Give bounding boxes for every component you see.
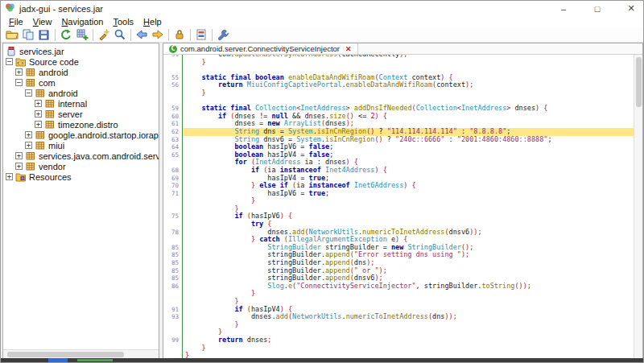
code-text[interactable]: } xyxy=(183,89,634,97)
line-number: 85 xyxy=(163,259,183,267)
tree-expander-icon[interactable]: + xyxy=(35,110,42,118)
line-number xyxy=(163,89,183,97)
menu-tools[interactable]: Tools xyxy=(108,17,138,27)
code-text[interactable]: } xyxy=(183,344,634,353)
deobfuscation-button[interactable] xyxy=(96,27,112,42)
tree-item-miui[interactable]: +miui xyxy=(3,140,159,151)
code-text[interactable]: } xyxy=(183,197,634,205)
package-icon xyxy=(25,67,35,77)
preferences-button[interactable] xyxy=(215,27,231,42)
code-text[interactable]: } xyxy=(183,352,634,358)
code-text[interactable]: } xyxy=(183,290,634,298)
tree-expander-icon[interactable]: + xyxy=(25,131,32,138)
tree-expander-icon[interactable]: + xyxy=(15,68,23,76)
toolbar-separator xyxy=(190,29,191,41)
line-number xyxy=(163,205,183,213)
tree-item-com[interactable]: −com xyxy=(3,77,159,88)
code-line: } xyxy=(163,59,634,67)
tree-expander-icon[interactable]: − xyxy=(6,58,13,65)
tree-expander-icon[interactable]: + xyxy=(15,163,23,170)
tree-expander-icon[interactable]: + xyxy=(15,152,23,159)
menu-view[interactable]: View xyxy=(28,17,57,27)
tree-expander-icon[interactable]: − xyxy=(15,79,23,86)
tree-item-android[interactable]: −android xyxy=(3,88,159,98)
tab-close-icon[interactable]: ✕ xyxy=(345,45,352,53)
toolbar-separator xyxy=(93,29,93,41)
menu-help[interactable]: Help xyxy=(138,17,167,27)
menu-navigation[interactable]: Navigation xyxy=(56,17,108,27)
tree-expander-icon[interactable]: − xyxy=(25,89,32,97)
line-number: 62 xyxy=(163,128,183,136)
code-text[interactable]: dnses.add(NetworkUtils.numericToInetAddr… xyxy=(183,313,634,321)
title-bar: jadx-gui - services.jar – □ ✕ xyxy=(1,1,643,16)
tree-item-label: android xyxy=(48,89,78,98)
lock-button[interactable] xyxy=(171,27,188,42)
editor-panel: 51 com.updateMasterSyncOrAddress(cachedR… xyxy=(163,43,643,359)
class-icon: C xyxy=(169,45,177,53)
add-files-button[interactable] xyxy=(20,27,36,42)
export-button[interactable] xyxy=(74,27,90,42)
log-viewer-button[interactable] xyxy=(193,27,209,42)
code-line: } xyxy=(163,344,634,353)
tree-item-label: android xyxy=(39,68,68,77)
tree-item-label: miui xyxy=(48,141,64,151)
tree-item-vendor[interactable]: +vendor xyxy=(3,161,159,171)
deobfuscation-icon xyxy=(97,28,110,41)
line-number: 78 xyxy=(163,229,183,237)
code-line: 56 return MiuiConfigCaptivePortal.enable… xyxy=(163,81,634,89)
line-number: 85 xyxy=(163,274,183,283)
line-number: 64 xyxy=(163,143,183,151)
editor-scrollbar-thumb[interactable] xyxy=(636,57,642,107)
save-all-button[interactable] xyxy=(36,27,52,42)
tab-connectivity-service-injector[interactable]: C com.android.server.ConnectivityService… xyxy=(163,43,358,54)
lock-icon xyxy=(173,28,186,41)
tree-item-android[interactable]: +android xyxy=(3,67,159,77)
forward-button[interactable] xyxy=(150,27,166,42)
open-file-button[interactable] xyxy=(4,27,20,42)
tree-item-services-jar[interactable]: services.jar xyxy=(3,46,159,56)
code-text[interactable]: } xyxy=(183,321,634,329)
tree-item-services-java-com-android-server[interactable]: +services.java.com.android.server. xyxy=(3,151,159,161)
package-icon xyxy=(44,98,55,109)
back-button[interactable] xyxy=(134,27,150,42)
tree-expander-icon[interactable]: + xyxy=(6,173,13,180)
menu-file[interactable]: File xyxy=(4,17,28,27)
tree-expander-icon[interactable]: + xyxy=(35,121,42,128)
export-icon xyxy=(76,28,89,41)
tree-item-source-code[interactable]: −Source code xyxy=(3,56,159,67)
tree-item-timezone-distro[interactable]: +timezone.distro xyxy=(3,119,159,130)
tree-item-label: internal xyxy=(58,99,87,109)
code-text[interactable]: return MiuiConfigCaptivePortal.enableDat… xyxy=(183,81,634,89)
tree-item-server[interactable]: +server xyxy=(3,109,159,119)
project-tree: services.jar−Source code+android−com−and… xyxy=(3,46,159,182)
tree-item-label: timezone.distro xyxy=(58,120,118,130)
line-number: 85 xyxy=(163,244,183,252)
reload-button[interactable] xyxy=(58,27,74,42)
tree-item-label: Resources xyxy=(29,172,72,182)
line-number: 93 xyxy=(163,313,183,321)
tree-item-internal[interactable]: +internal xyxy=(3,98,159,109)
line-number: 59 xyxy=(163,105,183,113)
line-number xyxy=(163,298,183,306)
minimize-button[interactable]: – xyxy=(558,4,569,14)
tree-item-resources[interactable]: +Resources xyxy=(3,171,159,182)
tree-expander-icon[interactable]: + xyxy=(25,142,32,149)
line-number xyxy=(163,97,183,105)
code-text[interactable]: return dnses; xyxy=(183,336,634,344)
code-text[interactable]: } xyxy=(183,59,634,67)
search-button[interactable] xyxy=(112,27,128,42)
package-icon xyxy=(25,161,35,171)
line-number: 65 xyxy=(163,151,183,159)
code-view[interactable]: 51 com.updateMasterSyncOrAddress(cachedR… xyxy=(163,55,634,358)
tree-expander-icon[interactable]: + xyxy=(35,100,42,107)
maximize-button[interactable]: □ xyxy=(592,4,603,14)
tree-horizontal-scrollbar[interactable] xyxy=(3,349,159,358)
editor-vertical-scrollbar[interactable] xyxy=(634,55,642,358)
preferences-icon xyxy=(217,28,229,41)
app-icon xyxy=(5,2,15,16)
tree-scrollbar-thumb[interactable] xyxy=(7,352,124,357)
line-number: 85 xyxy=(163,267,183,275)
close-button[interactable]: ✕ xyxy=(625,3,637,14)
tree-item-google-android-startop-iorap[interactable]: +google.android.startop.iorap xyxy=(3,130,159,140)
toolbar-separator xyxy=(212,29,213,41)
